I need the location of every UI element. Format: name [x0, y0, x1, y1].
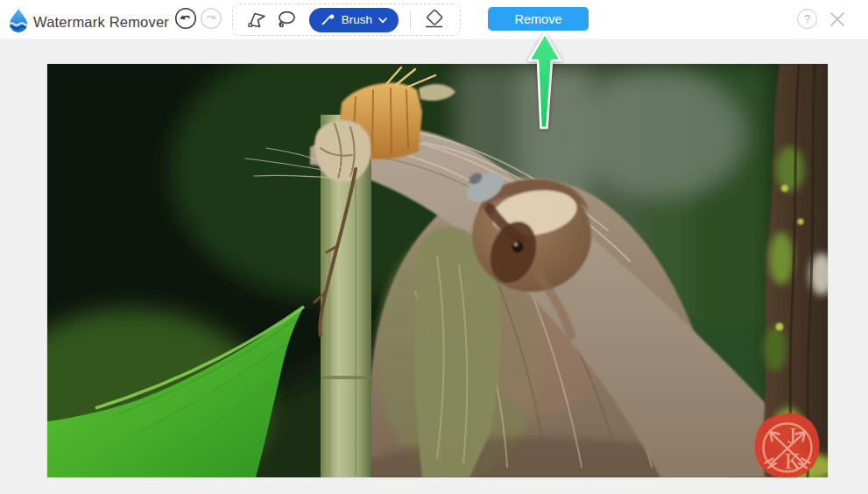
lasso-tool-button[interactable] — [272, 7, 301, 33]
jk-watermark-logo: J K — [752, 411, 822, 477]
eraser-icon — [421, 10, 446, 30]
app-brand: Watermark Remover — [7, 7, 169, 37]
undo-icon — [174, 7, 197, 30]
tool-divider — [410, 11, 411, 30]
brush-tool-button[interactable]: Brush — [309, 8, 399, 32]
editing-canvas[interactable]: J K — [47, 64, 828, 477]
undo-button[interactable] — [174, 7, 197, 30]
app-title: Watermark Remover — [33, 14, 169, 31]
chevron-down-icon — [378, 13, 387, 26]
watermark-remover-window: Watermark Remover — [0, 0, 868, 494]
brush-icon — [321, 11, 335, 29]
toolbar: Watermark Remover — [0, 0, 868, 40]
redo-button[interactable] — [200, 7, 222, 30]
polygon-lasso-icon — [246, 10, 268, 31]
close-icon — [829, 11, 846, 28]
sloth-photo — [47, 64, 828, 477]
brush-label: Brush — [342, 13, 372, 26]
app-logo-water-drop-icon — [7, 7, 30, 37]
remove-button[interactable]: Remove — [488, 7, 589, 31]
watermark-letter-j: J — [787, 424, 796, 448]
eraser-tool-button[interactable] — [419, 7, 448, 33]
selection-tools-group: Brush — [232, 4, 461, 36]
redo-icon — [200, 7, 222, 30]
polygon-lasso-tool-button[interactable] — [242, 7, 272, 33]
watermark-letter-k: K — [785, 449, 801, 473]
help-button[interactable]: ? — [797, 9, 817, 29]
lasso-icon — [275, 9, 298, 31]
question-mark-icon: ? — [804, 12, 810, 25]
close-button[interactable] — [829, 11, 846, 28]
